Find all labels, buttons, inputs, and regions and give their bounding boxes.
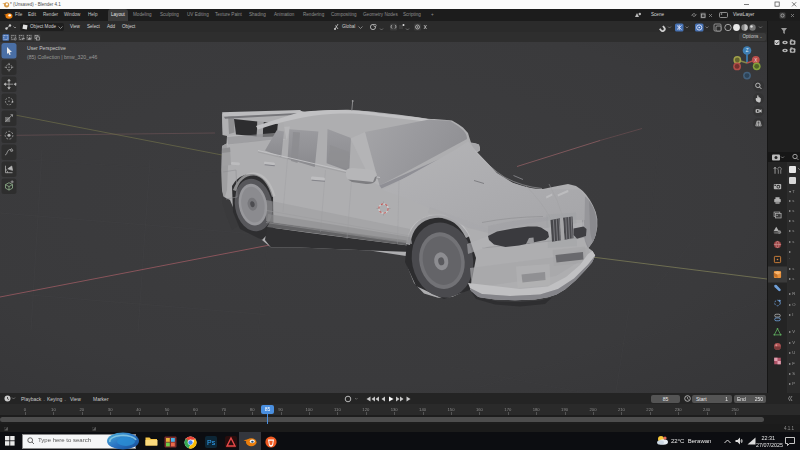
svg-text:▸ s: ▸ s <box>789 266 794 271</box>
svg-text:▾ T: ▾ T <box>789 189 795 194</box>
svg-text:▸ s: ▸ s <box>789 239 794 244</box>
svg-text:▸ F: ▸ F <box>789 361 795 366</box>
svg-text:X: X <box>754 58 757 63</box>
svg-text:▸ V: ▸ V <box>789 329 795 334</box>
svg-text:▸ I: ▸ I <box>789 312 793 317</box>
svg-text:▸ s: ▸ s <box>789 198 794 203</box>
svg-text:▸ O: ▸ O <box>789 302 796 307</box>
svg-text:▸ s: ▸ s <box>789 208 794 213</box>
svg-text:▸ s: ▸ s <box>789 228 794 233</box>
svg-text:▸ S: ▸ S <box>789 371 795 376</box>
svg-text:Z: Z <box>746 48 749 53</box>
svg-text:User Perspective: User Perspective <box>27 45 66 51</box>
svg-text:▸ R: ▸ R <box>789 291 795 296</box>
svg-text:▸ V: ▸ V <box>789 340 795 345</box>
svg-text:▸ U: ▸ U <box>789 350 795 355</box>
svg-text:Ps: Ps <box>207 439 216 446</box>
svg-text:(85) Collection | bmw_320_e46: (85) Collection | bmw_320_e46 <box>27 54 98 60</box>
svg-text:·: · <box>789 256 790 261</box>
svg-text:▸ P: ▸ P <box>789 381 795 386</box>
svg-text:▸ s: ▸ s <box>789 218 794 223</box>
svg-text:▸ s: ▸ s <box>789 276 794 281</box>
